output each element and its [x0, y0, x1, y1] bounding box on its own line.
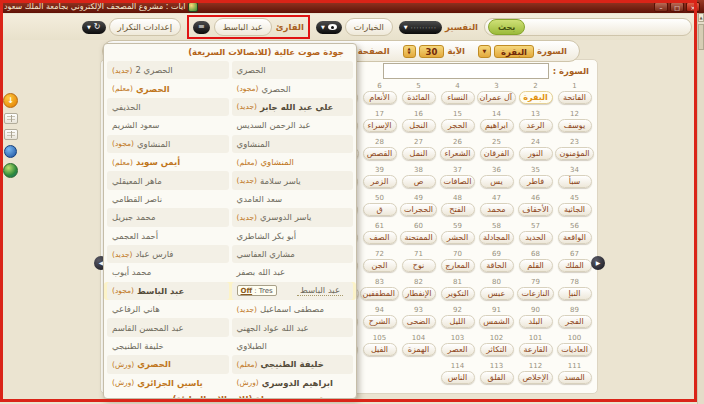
options-button[interactable]: الخيارات — [345, 18, 393, 36]
surah-button[interactable]: الزمر — [363, 175, 397, 188]
repeat-settings-button[interactable]: إعدادات التكرار — [109, 18, 181, 36]
reciter-list-button[interactable]: ≡ — [193, 21, 210, 34]
reciter-item[interactable]: مشاري العفاسي Tres : Off — [232, 245, 354, 263]
reciter-item[interactable]: ياسر سلامة (جديد) Tres : Off — [232, 171, 354, 189]
view-options-dropdown[interactable]: ▼ — [316, 21, 342, 34]
surah-button[interactable]: الحاقة — [480, 259, 514, 272]
surah-button[interactable]: محمد — [480, 203, 514, 216]
surah-button[interactable]: الناس — [441, 371, 475, 384]
surah-button[interactable]: البقرة — [519, 91, 553, 104]
reciter-item[interactable]: فارس عباد (جديد) — [107, 245, 229, 263]
globe-icon[interactable] — [3, 163, 18, 178]
nav-value[interactable]: البقرة — [494, 45, 534, 58]
surah-button[interactable]: فاطر — [519, 175, 553, 188]
surah-button[interactable]: النبإ — [558, 287, 592, 300]
surah-button[interactable]: الشمس — [479, 315, 514, 328]
reciter-item[interactable]: المنشاوي (مجود) — [107, 135, 229, 153]
surah-button[interactable]: آل عمران — [477, 91, 516, 104]
minimize-button[interactable]: – — [654, 2, 668, 12]
surah-button[interactable]: الفاتحة — [558, 91, 592, 104]
mushaf-book-icon[interactable] — [4, 113, 18, 124]
surah-button[interactable]: الواقعة — [558, 231, 592, 244]
surah-button[interactable]: الفتح — [441, 203, 475, 216]
surah-button[interactable]: المائدة — [402, 91, 436, 104]
surah-button[interactable]: القارعة — [519, 343, 553, 356]
spinner-button[interactable]: ▲ ▼ — [403, 45, 416, 58]
surah-button[interactable]: القلم — [519, 259, 553, 272]
surah-button[interactable]: الشرح — [363, 315, 397, 328]
reciter-item[interactable]: محمد أيوب — [107, 263, 229, 281]
surah-button[interactable]: الحجرات — [400, 203, 437, 216]
surah-button[interactable]: نوح — [402, 259, 436, 272]
surah-button[interactable]: الممتحنة — [400, 231, 436, 244]
reciter-item[interactable]: مصطفى اسماعيل (جديد) Tres : Off — [232, 300, 354, 318]
surah-button[interactable]: عبس — [480, 287, 514, 300]
surah-button[interactable]: الضحى — [402, 315, 436, 328]
help-icon[interactable] — [4, 145, 17, 158]
reciter-item[interactable]: أبو بكر الشاطري Tres : Off — [232, 227, 354, 245]
surah-button[interactable]: الإنفطار — [402, 287, 436, 300]
surah-button[interactable]: المؤمنون — [555, 147, 593, 160]
tres-badge-value[interactable]: Off — [241, 286, 253, 296]
reciter-item[interactable]: الحصري 2 (جديد) — [107, 61, 229, 79]
scrollbar-thumb[interactable] — [698, 24, 704, 50]
search-button[interactable]: بحث — [488, 19, 525, 35]
surah-button[interactable]: الرعد — [519, 119, 553, 132]
reciter-item[interactable]: عبد الباسط Tres : Off — [232, 282, 354, 300]
reciter-item[interactable]: سعود الشريم — [107, 116, 229, 134]
surah-button[interactable]: الأنعام — [363, 91, 397, 104]
surah-button[interactable]: الفجر — [558, 315, 592, 328]
surah-button[interactable]: ابراهيم — [480, 119, 514, 132]
surah-button[interactable]: الفلق — [480, 371, 514, 384]
surah-button[interactable]: الليل — [441, 315, 475, 328]
repeat-dropdown[interactable]: ↻ ▼ — [82, 21, 106, 34]
dropdown-button[interactable]: ▼ — [478, 45, 491, 58]
surah-button[interactable]: الحديد — [519, 231, 553, 244]
reciter-item[interactable]: سعد الغامدي Tres : Off — [232, 190, 354, 208]
surah-button[interactable]: الحجر — [441, 119, 475, 132]
reciter-item[interactable]: عبد الرحمن السديس Tres : Off — [232, 116, 354, 134]
surah-button[interactable]: الجن — [363, 259, 397, 272]
surah-button[interactable]: العصر — [441, 343, 475, 356]
reciter-item[interactable]: عبد الباسط (مجود) — [107, 282, 229, 300]
surah-button[interactable]: المطففين — [360, 287, 399, 300]
reciter-item[interactable]: الحصري (ورش) — [107, 355, 229, 373]
download-icon[interactable]: ↓ — [3, 93, 18, 108]
reciter-item[interactable]: أحمد العجمي — [107, 227, 229, 245]
reciter-item[interactable]: محمد جبريل — [107, 208, 229, 226]
surah-button[interactable]: المجادلة — [479, 231, 514, 244]
scroll-up-arrow-icon[interactable]: ▲ — [698, 13, 704, 22]
surah-button[interactable]: النمل — [402, 147, 436, 160]
surah-button[interactable]: القصص — [363, 147, 397, 160]
surah-button[interactable]: الصافات — [440, 175, 476, 188]
surah-button[interactable]: الملك — [558, 259, 592, 272]
surah-button[interactable]: الأحقاف — [518, 203, 553, 216]
surah-button[interactable]: الإسراء — [363, 119, 397, 132]
surah-button[interactable]: الفيل — [363, 343, 397, 356]
reciter-dropdown[interactable]: عبد الباسط — [214, 18, 272, 36]
surah-button[interactable]: الهمزة — [402, 343, 436, 356]
surah-button[interactable]: النحل — [402, 119, 436, 132]
surah-button[interactable]: ق — [363, 203, 397, 216]
reciter-item[interactable]: عبد الله عواد الجهني Tres : Off — [232, 318, 354, 336]
reciter-item[interactable]: ابراهيم الدوسري (ورش) Tres : Off — [232, 374, 354, 392]
vertical-scrollbar[interactable]: ▲ — [697, 13, 704, 404]
close-button[interactable]: × — [686, 2, 700, 12]
surah-button[interactable]: يس — [480, 175, 514, 188]
surah-button[interactable]: المعارج — [441, 259, 475, 272]
reciter-item[interactable]: المنشاوي (معلم) Tres : Off — [232, 153, 354, 171]
next-page-arrow-icon[interactable]: ▶ — [591, 256, 605, 270]
reciter-item[interactable]: ماهر المعيقلي — [107, 171, 229, 189]
surah-button[interactable]: يوسف — [558, 119, 592, 132]
reciter-item[interactable]: علي عبد الله جابر (جديد) Tres : Off — [232, 98, 354, 116]
surah-button[interactable]: الفرقان — [480, 147, 514, 160]
reciter-item[interactable]: الطبلاوي Tres : Off — [232, 337, 354, 355]
surah-button[interactable]: التكاثر — [480, 343, 514, 356]
reciter-item[interactable]: الحصري (معلم) — [107, 79, 229, 97]
reciter-item[interactable]: خليفة الطنيجي — [107, 337, 229, 355]
reciter-item[interactable]: ناصر القطامي — [107, 190, 229, 208]
surah-button[interactable]: النساء — [441, 91, 475, 104]
surah-button[interactable]: الإخلاص — [518, 371, 552, 384]
reciter-item[interactable]: الحصري Tres : Off — [232, 61, 354, 79]
search-input[interactable] — [528, 20, 688, 35]
